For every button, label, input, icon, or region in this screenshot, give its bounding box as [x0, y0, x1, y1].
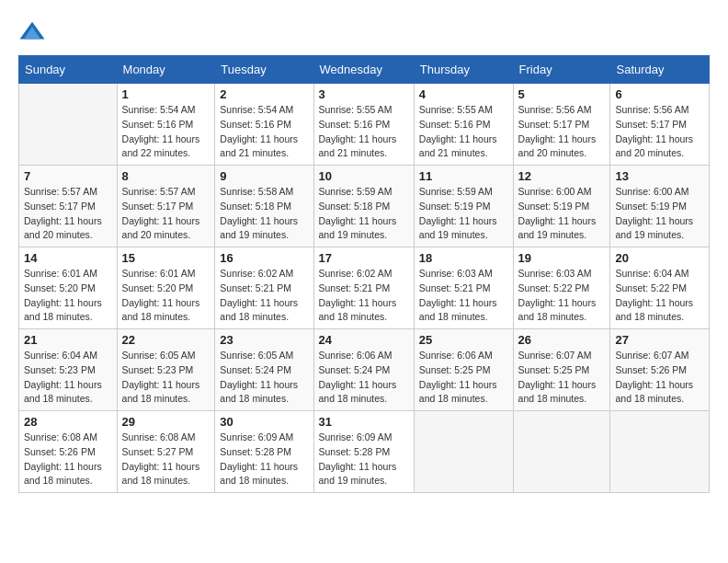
day-number: 22 [122, 333, 210, 347]
day-info: Sunrise: 6:02 AMSunset: 5:21 PMDaylight:… [319, 267, 409, 325]
page-header [18, 18, 710, 46]
calendar-cell: 29Sunrise: 6:08 AMSunset: 5:27 PMDayligh… [117, 411, 215, 493]
day-number: 6 [615, 87, 704, 101]
calendar-cell: 10Sunrise: 5:59 AMSunset: 5:18 PMDayligh… [313, 166, 414, 247]
day-number: 25 [419, 333, 508, 347]
day-info: Sunrise: 6:05 AMSunset: 5:24 PMDaylight:… [220, 349, 308, 407]
day-number: 13 [615, 169, 704, 183]
day-info: Sunrise: 6:09 AMSunset: 5:28 PMDaylight:… [220, 431, 308, 488]
logo [18, 18, 51, 46]
calendar-cell: 19Sunrise: 6:03 AMSunset: 5:22 PMDayligh… [513, 247, 610, 329]
day-number: 21 [24, 333, 112, 347]
calendar-cell: 18Sunrise: 6:03 AMSunset: 5:21 PMDayligh… [414, 247, 513, 329]
day-info: Sunrise: 5:54 AMSunset: 5:16 PMDaylight:… [122, 103, 210, 161]
calendar-cell [414, 411, 513, 493]
calendar-cell: 16Sunrise: 6:02 AMSunset: 5:21 PMDayligh… [215, 247, 313, 329]
calendar-cell: 2Sunrise: 5:54 AMSunset: 5:16 PMDaylight… [215, 84, 313, 166]
column-header-thursday: Thursday [414, 56, 513, 84]
day-number: 26 [518, 333, 606, 347]
day-number: 10 [319, 169, 409, 183]
day-info: Sunrise: 6:06 AMSunset: 5:24 PMDaylight:… [319, 349, 409, 407]
week-row-2: 7Sunrise: 5:57 AMSunset: 5:17 PMDaylight… [19, 166, 710, 247]
day-number: 29 [122, 415, 210, 429]
calendar-cell: 7Sunrise: 5:57 AMSunset: 5:17 PMDaylight… [19, 166, 118, 247]
calendar-cell: 26Sunrise: 6:07 AMSunset: 5:25 PMDayligh… [513, 329, 610, 411]
day-info: Sunrise: 6:01 AMSunset: 5:20 PMDaylight:… [122, 267, 210, 325]
day-info: Sunrise: 6:04 AMSunset: 5:22 PMDaylight:… [615, 267, 704, 325]
day-info: Sunrise: 5:58 AMSunset: 5:18 PMDaylight:… [220, 185, 308, 243]
day-info: Sunrise: 5:59 AMSunset: 5:19 PMDaylight:… [419, 185, 508, 243]
day-info: Sunrise: 5:57 AMSunset: 5:17 PMDaylight:… [24, 185, 112, 243]
day-number: 27 [615, 333, 704, 347]
day-number: 18 [419, 251, 508, 265]
day-number: 8 [122, 169, 210, 183]
calendar-cell: 8Sunrise: 5:57 AMSunset: 5:17 PMDaylight… [117, 166, 215, 247]
day-number: 1 [122, 87, 210, 101]
calendar-header-row: SundayMondayTuesdayWednesdayThursdayFrid… [19, 56, 710, 84]
day-number: 16 [220, 251, 308, 265]
day-info: Sunrise: 5:54 AMSunset: 5:16 PMDaylight:… [220, 103, 308, 161]
day-number: 2 [220, 87, 308, 101]
day-info: Sunrise: 5:55 AMSunset: 5:16 PMDaylight:… [419, 103, 508, 161]
calendar-cell: 1Sunrise: 5:54 AMSunset: 5:16 PMDaylight… [117, 84, 215, 166]
day-number: 11 [419, 169, 508, 183]
day-info: Sunrise: 5:56 AMSunset: 5:17 PMDaylight:… [615, 103, 704, 161]
calendar-cell: 11Sunrise: 5:59 AMSunset: 5:19 PMDayligh… [414, 166, 513, 247]
day-number: 30 [220, 415, 308, 429]
calendar-cell: 27Sunrise: 6:07 AMSunset: 5:26 PMDayligh… [610, 329, 710, 411]
column-header-sunday: Sunday [19, 56, 118, 84]
day-info: Sunrise: 6:08 AMSunset: 5:26 PMDaylight:… [24, 431, 112, 488]
week-row-4: 21Sunrise: 6:04 AMSunset: 5:23 PMDayligh… [19, 329, 710, 411]
day-info: Sunrise: 5:59 AMSunset: 5:18 PMDaylight:… [319, 185, 409, 243]
calendar-cell: 30Sunrise: 6:09 AMSunset: 5:28 PMDayligh… [215, 411, 313, 493]
day-info: Sunrise: 6:05 AMSunset: 5:23 PMDaylight:… [122, 349, 210, 407]
day-info: Sunrise: 5:57 AMSunset: 5:17 PMDaylight:… [122, 185, 210, 243]
calendar-cell: 25Sunrise: 6:06 AMSunset: 5:25 PMDayligh… [414, 329, 513, 411]
day-number: 5 [518, 87, 606, 101]
day-info: Sunrise: 6:03 AMSunset: 5:22 PMDaylight:… [518, 267, 606, 325]
calendar-cell [513, 411, 610, 493]
calendar-cell [19, 84, 118, 166]
calendar-cell: 13Sunrise: 6:00 AMSunset: 5:19 PMDayligh… [610, 166, 710, 247]
day-info: Sunrise: 6:09 AMSunset: 5:28 PMDaylight:… [319, 431, 409, 488]
calendar-table: SundayMondayTuesdayWednesdayThursdayFrid… [18, 55, 710, 493]
day-number: 17 [319, 251, 409, 265]
calendar-cell: 12Sunrise: 6:00 AMSunset: 5:19 PMDayligh… [513, 166, 610, 247]
calendar-cell: 31Sunrise: 6:09 AMSunset: 5:28 PMDayligh… [313, 411, 414, 493]
day-info: Sunrise: 6:06 AMSunset: 5:25 PMDaylight:… [419, 349, 508, 407]
day-number: 31 [319, 415, 409, 429]
calendar-cell: 9Sunrise: 5:58 AMSunset: 5:18 PMDaylight… [215, 166, 313, 247]
calendar-cell: 4Sunrise: 5:55 AMSunset: 5:16 PMDaylight… [414, 84, 513, 166]
week-row-3: 14Sunrise: 6:01 AMSunset: 5:20 PMDayligh… [19, 247, 710, 329]
day-info: Sunrise: 6:01 AMSunset: 5:20 PMDaylight:… [24, 267, 112, 325]
calendar-cell: 28Sunrise: 6:08 AMSunset: 5:26 PMDayligh… [19, 411, 118, 493]
calendar-cell: 3Sunrise: 5:55 AMSunset: 5:16 PMDaylight… [313, 84, 414, 166]
day-number: 19 [518, 251, 606, 265]
day-number: 14 [24, 251, 112, 265]
day-number: 20 [615, 251, 704, 265]
column-header-saturday: Saturday [610, 56, 710, 84]
day-info: Sunrise: 6:04 AMSunset: 5:23 PMDaylight:… [24, 349, 112, 407]
calendar-cell [610, 411, 710, 493]
day-number: 28 [24, 415, 112, 429]
day-number: 9 [220, 169, 308, 183]
calendar-cell: 22Sunrise: 6:05 AMSunset: 5:23 PMDayligh… [117, 329, 215, 411]
column-header-friday: Friday [513, 56, 610, 84]
day-info: Sunrise: 6:00 AMSunset: 5:19 PMDaylight:… [615, 185, 704, 243]
week-row-1: 1Sunrise: 5:54 AMSunset: 5:16 PMDaylight… [19, 84, 710, 166]
calendar-cell: 14Sunrise: 6:01 AMSunset: 5:20 PMDayligh… [19, 247, 118, 329]
calendar-cell: 6Sunrise: 5:56 AMSunset: 5:17 PMDaylight… [610, 84, 710, 166]
column-header-tuesday: Tuesday [215, 56, 313, 84]
day-number: 24 [319, 333, 409, 347]
calendar-cell: 15Sunrise: 6:01 AMSunset: 5:20 PMDayligh… [117, 247, 215, 329]
day-number: 15 [122, 251, 210, 265]
day-info: Sunrise: 6:08 AMSunset: 5:27 PMDaylight:… [122, 431, 210, 488]
day-info: Sunrise: 6:00 AMSunset: 5:19 PMDaylight:… [518, 185, 606, 243]
calendar-cell: 21Sunrise: 6:04 AMSunset: 5:23 PMDayligh… [19, 329, 118, 411]
calendar-cell: 20Sunrise: 6:04 AMSunset: 5:22 PMDayligh… [610, 247, 710, 329]
calendar-cell: 24Sunrise: 6:06 AMSunset: 5:24 PMDayligh… [313, 329, 414, 411]
day-info: Sunrise: 6:02 AMSunset: 5:21 PMDaylight:… [220, 267, 308, 325]
column-header-wednesday: Wednesday [313, 56, 414, 84]
day-number: 7 [24, 169, 112, 183]
column-header-monday: Monday [117, 56, 215, 84]
